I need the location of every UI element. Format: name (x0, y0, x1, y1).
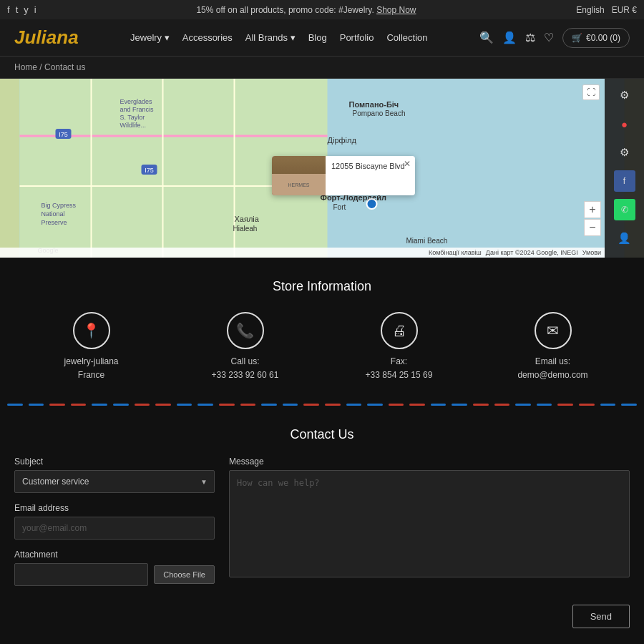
choose-file-button[interactable]: Choose File (154, 565, 215, 584)
attachment-group: Attachment Choose File (14, 550, 215, 586)
map-facebook-icon[interactable]: f (614, 170, 635, 192)
map-right-panel: ⚙ ● ⚙ f ✆ 👤 (605, 79, 644, 258)
user-icon[interactable]: 👤 (502, 31, 517, 44)
cart-button[interactable]: 🛒 €0.00 (0) (562, 28, 630, 48)
header-icons: 🔍 👤 ⚖ ♡ 🛒 €0.00 (0) (479, 28, 630, 48)
search-icon[interactable]: 🔍 (479, 31, 494, 44)
store-card-phone: 📞 Call us:+33 233 92 60 61 (174, 312, 317, 382)
store-card-fax: 🖨 Fax:+33 854 25 15 69 (328, 312, 471, 382)
cart-total: €0.00 (0) (586, 33, 620, 43)
svg-text:I75: I75 (145, 167, 154, 174)
fax-icon: 🖨 (381, 312, 418, 349)
svg-point-26 (367, 199, 377, 209)
map-popup-close[interactable]: ✕ (404, 159, 411, 169)
map-footer: Комбінації клавіш Дані карт ©2024 Google… (0, 248, 605, 258)
subject-label: Subject (14, 457, 215, 467)
map-person-icon[interactable]: 👤 (614, 228, 635, 249)
breadcrumb-current: Contact us (44, 62, 85, 72)
store-card-address: 📍 jewelry-julianaFrance (20, 312, 163, 382)
store-email-text: Email us:demo@demo.com (517, 355, 587, 382)
contact-title: Contact Us (14, 427, 630, 442)
nav-all-brands[interactable]: All Brands ▾ (245, 32, 296, 43)
contact-section: Contact Us Subject Customer service Tech… (0, 413, 644, 644)
store-fax-text: Fax:+33 854 25 15 69 (366, 355, 433, 382)
svg-text:Miami Beach: Miami Beach (406, 237, 448, 245)
wishlist-icon[interactable]: ♡ (544, 31, 554, 44)
email-group: Email address (14, 503, 215, 540)
svg-text:Preserve: Preserve (42, 219, 67, 226)
zoom-in-button[interactable]: + (584, 201, 601, 218)
store-phone-text: Call us:+33 233 92 60 61 (212, 355, 279, 382)
store-info-title: Store Information (14, 279, 630, 294)
svg-text:National: National (42, 210, 65, 218)
map-popup: ✕ HERMES 12055 Biscayne Blvd (272, 156, 415, 195)
nav-accessories[interactable]: Accessories (182, 32, 233, 43)
message-group: Message (229, 457, 630, 580)
attachment-field (14, 563, 148, 586)
facebook-icon[interactable]: f (7, 4, 10, 15)
svg-text:Wildlife...: Wildlife... (120, 122, 147, 129)
svg-text:Big Cypress: Big Cypress (42, 202, 77, 209)
svg-text:Помпано-Біч: Помпано-Біч (349, 100, 399, 109)
map-fullscreen-button[interactable]: ⛶ (582, 84, 600, 100)
map-popup-image: HERMES (272, 156, 326, 195)
message-label: Message (229, 457, 630, 467)
map-zoom-controls: + − (584, 201, 601, 236)
map-whatsapp-icon[interactable]: ✆ (614, 199, 635, 220)
email-input[interactable] (14, 517, 215, 540)
map-popup-address: 12055 Biscayne Blvd (326, 156, 415, 195)
address-icon: 📍 (73, 312, 110, 349)
svg-text:Pompano Beach: Pompano Beach (353, 109, 406, 117)
store-address-text: jewelry-julianaFrance (64, 355, 118, 382)
contact-left-column: Subject Customer service Technical suppo… (14, 457, 215, 596)
nav-collection[interactable]: Collection (386, 32, 427, 43)
email-icon: ✉ (535, 312, 572, 349)
email-label: Email address (14, 503, 215, 513)
announcement-bar: f t y i 15% off on all products, promo c… (0, 0, 644, 19)
message-textarea[interactable] (229, 470, 630, 577)
youtube-icon[interactable]: y (24, 4, 29, 15)
map-layers-icon[interactable]: ● (614, 113, 635, 135)
send-button[interactable]: Send (572, 605, 630, 628)
breadcrumb-home[interactable]: Home (14, 62, 37, 72)
svg-text:Дір­філд: Дір­філд (328, 136, 357, 145)
compare-icon[interactable]: ⚖ (525, 31, 535, 44)
zoom-out-button[interactable]: − (584, 219, 601, 236)
nav-blog[interactable]: Blog (308, 32, 327, 43)
svg-text:Хаяліа: Хаяліа (235, 215, 260, 223)
svg-text:Fort: Fort (333, 203, 346, 211)
store-info-section: Store Information 📍 jewelry-julianaFranc… (0, 258, 644, 396)
map-container[interactable]: I75 I75 Помпано-Біч Pompano Beach Дір­фі… (0, 79, 644, 258)
contact-form: Subject Customer service Technical suppo… (14, 457, 630, 596)
svg-text:I75: I75 (59, 131, 68, 138)
shop-now-link[interactable]: Shop Now (376, 5, 416, 15)
attachment-label: Attachment (14, 550, 215, 560)
social-icons: f t y i (7, 4, 36, 15)
svg-text:and Francis: and Francis (120, 106, 155, 113)
breadcrumb: Home / Contact us (0, 57, 644, 79)
svg-text:Hialeah: Hialeah (233, 225, 258, 233)
nav-jewelry[interactable]: Jewelry ▾ (130, 32, 170, 43)
send-btn-row: Send (14, 605, 630, 628)
phone-icon: 📞 (227, 312, 264, 349)
subject-select[interactable]: Customer service Technical support Billi… (14, 470, 215, 493)
header: Juliana Jewelry ▾ Accessories All Brands… (0, 19, 644, 57)
svg-text:S. Taylor: S. Taylor (120, 114, 145, 121)
contact-right-column: Message (229, 457, 630, 596)
twitter-icon[interactable]: t (16, 4, 19, 15)
currency-selector[interactable]: EUR € (612, 5, 637, 15)
logo[interactable]: Juliana (14, 26, 79, 49)
right-controls: English EUR € (576, 5, 637, 15)
top-divider (0, 396, 644, 413)
subject-group: Subject Customer service Technical suppo… (14, 457, 215, 493)
map-tool-icon[interactable]: ⚙ (614, 142, 635, 163)
cart-icon: 🛒 (572, 33, 582, 43)
map-settings-icon[interactable]: ⚙ (614, 84, 635, 106)
store-info-cards: 📍 jewelry-julianaFrance 📞 Call us:+33 23… (14, 312, 630, 382)
attachment-row: Choose File (14, 563, 215, 586)
store-card-email: ✉ Email us:demo@demo.com (482, 312, 625, 382)
svg-text:Everglades: Everglades (120, 98, 153, 105)
language-selector[interactable]: English (576, 5, 604, 15)
main-nav: Jewelry ▾ Accessories All Brands ▾ Blog … (130, 32, 427, 43)
nav-portfolio[interactable]: Portfolio (340, 32, 374, 43)
